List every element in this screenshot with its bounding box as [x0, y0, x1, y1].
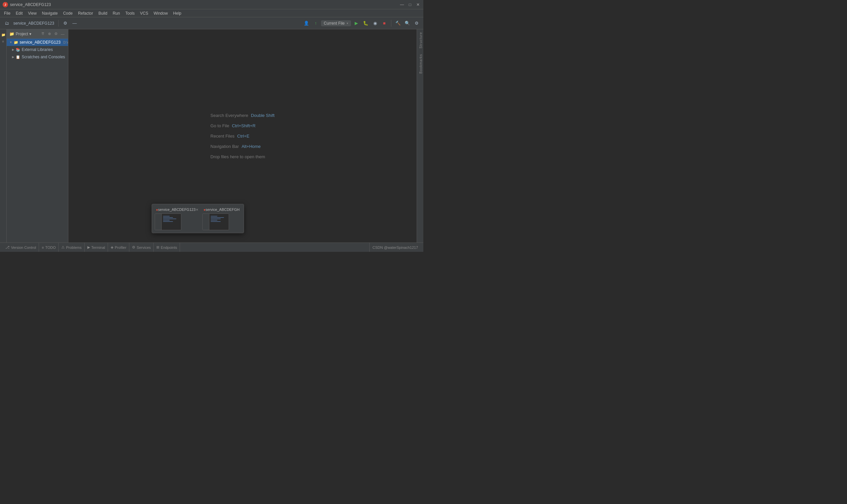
panel-header: 📁 Project ▾ ⇈ ⊕ ⚙ — — [7, 29, 68, 39]
panel-title-label: Project — [16, 32, 28, 36]
scratch-icon: 📋 — [16, 55, 20, 59]
navigation-bar-label: Navigation Bar — [210, 144, 239, 149]
todo-label: TODO — [45, 246, 56, 250]
tree-item-root[interactable]: ▼ 📁 service_ABCDEFG123 D:\code\service_A… — [7, 39, 68, 46]
title-bar-left: J service_ABCDEFG123 — [3, 2, 51, 7]
toolbar-separator-2 — [391, 20, 391, 26]
panel-hide-btn[interactable]: — — [60, 31, 65, 37]
run-with-coverage-button[interactable]: ◉ — [371, 19, 379, 27]
library-icon: 📚 — [16, 48, 20, 52]
stop-button[interactable]: ■ — [380, 19, 388, 27]
menu-window[interactable]: Window — [151, 10, 171, 16]
menu-code[interactable]: Code — [60, 10, 75, 16]
menu-edit[interactable]: Edit — [13, 10, 25, 16]
search-everywhere-button[interactable]: 🔍 — [403, 19, 411, 27]
status-bar: ⎇ Version Control ≡ TODO ⚠ Problems ▶ Te… — [0, 242, 423, 252]
menu-run[interactable]: Run — [110, 10, 123, 16]
editor-hints: Search Everywhere Double Shift Go to Fil… — [210, 113, 274, 159]
build-button[interactable]: 🔨 — [394, 19, 402, 27]
endpoints-label: Endpoints — [161, 246, 177, 250]
title-bar: J service_ABCDEFG123 — □ ✕ — [0, 0, 423, 9]
close-button[interactable]: ✕ — [415, 2, 421, 7]
taskbar-thumb-2-title: service_ABCDEFGH — [206, 208, 240, 212]
menu-navigate[interactable]: Navigate — [39, 10, 60, 16]
minimize-button[interactable]: — — [399, 2, 405, 7]
menu-refactor[interactable]: Refactor — [75, 10, 96, 16]
debug-button[interactable]: 🐛 — [362, 19, 370, 27]
thumb-content-1 — [162, 214, 181, 224]
user-label: CSDN @waterSpinach1217 — [372, 246, 418, 250]
panel-tree: ▼ 📁 service_ABCDEFG123 D:\code\service_A… — [7, 39, 68, 242]
bookmarks-label[interactable]: Bookmarks — [417, 51, 423, 76]
locate-file-btn[interactable]: ⊕ — [47, 31, 52, 37]
status-todo[interactable]: ≡ TODO — [39, 243, 59, 252]
menu-vcs[interactable]: VCS — [137, 10, 151, 16]
title-bar-right: — □ ✕ — [399, 2, 421, 7]
status-endpoints[interactable]: ⊞ Endpoints — [154, 243, 180, 252]
menu-bar: File Edit View Navigate Code Refactor Bu… — [0, 9, 423, 17]
thumb-content-2 — [209, 214, 229, 224]
endpoints-icon: ⊞ — [156, 245, 159, 250]
terminal-icon: ▶ — [87, 245, 90, 250]
status-services[interactable]: ⚙ Services — [129, 243, 154, 252]
thumb-sidebar — [203, 214, 209, 230]
run-button[interactable]: ▶ — [352, 19, 360, 27]
toolbar-separator-1 — [58, 20, 59, 26]
title-bar-title: service_ABCDEFG123 — [10, 2, 51, 7]
taskbar-thumb-2-preview[interactable] — [202, 214, 229, 230]
taskbar-thumb-2[interactable]: ● service_ABCDEFGH — [202, 207, 241, 230]
structure-label[interactable]: Structure — [417, 29, 423, 51]
status-terminal[interactable]: ▶ Terminal — [85, 243, 108, 252]
status-profiler[interactable]: ◈ Profiler — [108, 243, 129, 252]
project-panel: 📁 Project ▾ ⇈ ⊕ ⚙ — ▼ 📁 service_ABCDEFG1… — [7, 29, 68, 242]
status-problems[interactable]: ⚠ Problems — [59, 243, 84, 252]
recent-files-shortcut: Ctrl+E — [237, 133, 249, 139]
toolbar: 🗂 service_ABCDEFG123 ⚙ — 👤 ↑ Current Fil… — [0, 17, 423, 29]
thumb-line — [163, 216, 170, 217]
tree-item-root-path: D:\code\service_ABCDEFG123 — [63, 41, 68, 44]
profiler-label: Profiler — [115, 246, 126, 250]
services-label: Services — [137, 246, 151, 250]
menu-build[interactable]: Build — [96, 10, 110, 16]
expand-icon: ▼ — [9, 41, 12, 44]
go-to-file-shortcut: Ctrl+Shift+R — [232, 123, 256, 128]
panel-settings-btn[interactable]: ⚙ — [53, 31, 59, 37]
update-button[interactable]: ↑ — [312, 19, 320, 27]
tree-item-external-libraries[interactable]: ▶ 📚 External Libraries — [7, 46, 68, 53]
hint-navigation-bar: Navigation Bar Alt+Home — [210, 144, 261, 149]
editor-area: Search Everywhere Double Shift Go to Fil… — [68, 29, 417, 242]
project-view-button[interactable]: 🗂 — [3, 19, 11, 27]
maximize-button[interactable]: □ — [407, 2, 413, 7]
collapse-all-btn[interactable]: ⇈ — [40, 31, 45, 37]
menu-help[interactable]: Help — [170, 10, 184, 16]
menu-file[interactable]: File — [1, 10, 13, 16]
left-strip-structure-btn[interactable]: ≡ — [1, 39, 6, 44]
tree-item-scratches[interactable]: ▶ 📋 Scratches and Consoles — [7, 53, 68, 61]
thumb-line — [163, 220, 170, 220]
thumb-sidebar — [155, 214, 162, 230]
menu-tools[interactable]: Tools — [123, 10, 137, 16]
thumb-line — [211, 221, 220, 222]
search-everywhere-shortcut: Double Shift — [251, 113, 275, 118]
taskbar-thumb-1-header: ● service_ABCDEFG123 ✕ — [155, 207, 200, 212]
todo-icon: ≡ — [42, 246, 44, 250]
panel-title[interactable]: 📁 Project ▾ — [9, 32, 31, 36]
taskbar-thumb-1[interactable]: ● service_ABCDEFG123 ✕ — [155, 207, 200, 230]
profile-button[interactable]: 👤 — [302, 19, 310, 27]
taskbar-thumb-2-header: ● service_ABCDEFGH — [202, 207, 241, 212]
expand-icon: ▶ — [12, 48, 14, 51]
run-config-dropdown[interactable]: Current File ▾ — [321, 20, 351, 26]
thumb-line — [211, 216, 217, 217]
project-name-label: service_ABCDEFG123 — [12, 21, 56, 26]
left-strip-project-btn[interactable]: 📁 — [1, 32, 6, 37]
collapse-button[interactable]: — — [71, 19, 79, 27]
menu-view[interactable]: View — [25, 10, 39, 16]
search-everywhere-label: Search Everywhere — [210, 113, 248, 118]
taskbar-thumb-1-preview[interactable] — [155, 214, 181, 230]
taskbar-thumb-1-close[interactable]: ✕ — [196, 208, 198, 212]
status-version-control[interactable]: ⎇ Version Control — [3, 243, 39, 252]
settings-button[interactable]: ⚙ — [61, 19, 69, 27]
profiler-icon: ◈ — [111, 245, 113, 250]
hint-go-to-file: Go to File Ctrl+Shift+R — [210, 123, 255, 128]
settings-gear-button[interactable]: ⚙ — [413, 19, 421, 27]
